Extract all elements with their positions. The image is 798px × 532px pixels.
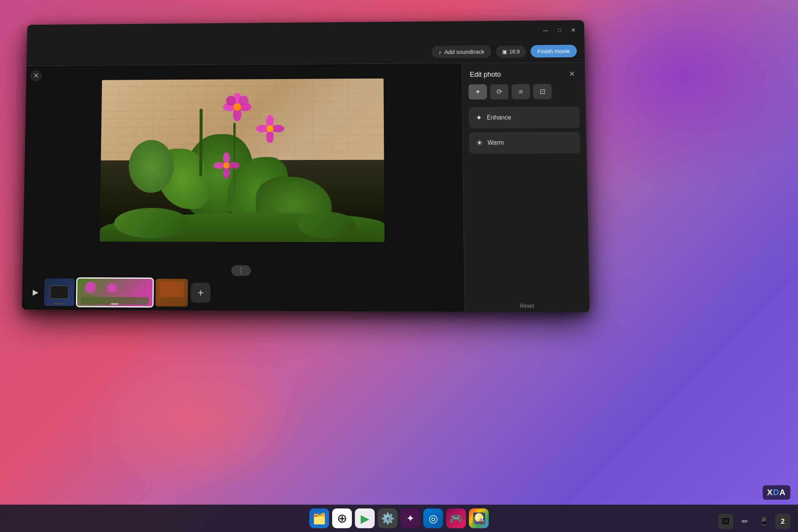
system-tray: 🖼 ✏ 📱 2 bbox=[718, 514, 790, 529]
finish-movie-label: Finish movie bbox=[537, 48, 570, 55]
xda-d: D bbox=[773, 488, 779, 497]
close-button[interactable]: ✕ bbox=[567, 25, 580, 35]
badge-number: 2 bbox=[781, 518, 785, 526]
taskbar-edge[interactable]: ◎ bbox=[423, 508, 443, 528]
finish-movie-button[interactable]: Finish movie bbox=[530, 45, 577, 58]
chrome-icon: ⊕ bbox=[337, 511, 347, 526]
files-icon: 🗂️ bbox=[313, 512, 326, 525]
top-toolbar: ♪ Add soundtrack ▣ 16:9 Finish movie bbox=[27, 40, 585, 66]
timeline-area: ⋮ ▶ bbox=[22, 256, 464, 312]
ratio-label: 16:9 bbox=[509, 48, 520, 54]
play-icon: ▶ bbox=[33, 288, 38, 296]
enhance-icon: ✦ bbox=[476, 113, 483, 122]
preview-close-button[interactable]: ✕ bbox=[30, 70, 42, 81]
title-bar: — □ ✕ bbox=[27, 20, 584, 44]
foliage-6 bbox=[199, 109, 203, 176]
taskbar-photos[interactable]: 🎑 bbox=[469, 508, 489, 528]
flower-lower bbox=[213, 152, 240, 179]
xda-watermark: XDA bbox=[763, 485, 790, 500]
flower-middle bbox=[256, 114, 284, 143]
taskbar-chrome[interactable]: ⊕ bbox=[332, 508, 352, 528]
tab-crop[interactable]: ⊡ bbox=[533, 84, 552, 99]
taskbar-app1[interactable]: 🎮 bbox=[446, 508, 466, 528]
tray-photos[interactable]: 🖼 bbox=[718, 514, 733, 529]
aspect-ratio-button[interactable]: ▣ 16:9 bbox=[496, 45, 526, 57]
clip-3[interactable] bbox=[155, 279, 188, 307]
slack-icon: ✦ bbox=[406, 513, 415, 524]
enhance-label: Enhance bbox=[487, 114, 511, 121]
play-store-icon: ▶ bbox=[361, 512, 369, 525]
ground-cover-1 bbox=[114, 208, 190, 239]
tray-photos-icon: 🖼 bbox=[722, 517, 730, 526]
taskbar-files[interactable]: 🗂️ bbox=[309, 508, 329, 528]
plant-scene bbox=[100, 78, 384, 242]
flower-top bbox=[222, 92, 252, 122]
tray-pen[interactable]: ✏ bbox=[737, 514, 752, 529]
edit-tabs: ✦ ⟳ ≡ ⊡ bbox=[462, 84, 586, 104]
photos-icon: 🎑 bbox=[472, 512, 486, 525]
crop-icon: ⊡ bbox=[540, 87, 546, 96]
music-icon: ♪ bbox=[439, 49, 442, 55]
settings-icon: ⚙️ bbox=[381, 512, 394, 525]
edit-panel-header: Edit photo ✕ bbox=[462, 62, 585, 84]
ratio-icon: ▣ bbox=[502, 49, 507, 55]
enhance-button[interactable]: ✦ Enhance bbox=[469, 107, 580, 128]
edit-options: ✦ Enhance ☀ Warm bbox=[462, 103, 589, 300]
tray-tablet[interactable]: 📱 bbox=[756, 514, 771, 529]
tablet-icon: 📱 bbox=[759, 517, 769, 526]
taskbar: 🗂️ ⊕ ▶ ⚙️ ✦ ◎ 🎮 🎑 🖼 ✏ 📱 2 bbox=[0, 505, 798, 532]
edge-icon: ◎ bbox=[429, 512, 438, 525]
clip-1[interactable] bbox=[44, 279, 74, 306]
rotate-icon: ⟳ bbox=[496, 88, 502, 96]
reset-button[interactable]: Reset bbox=[465, 299, 590, 312]
add-clip-button[interactable]: + bbox=[191, 283, 211, 303]
more-options-button[interactable]: ⋮ bbox=[231, 265, 251, 276]
edit-panel: Edit photo ✕ ✦ ⟳ ≡ ⊡ ✦ Enhance bbox=[462, 62, 590, 312]
maximize-button[interactable]: □ bbox=[553, 25, 566, 35]
tab-rotate[interactable]: ⟳ bbox=[490, 84, 508, 99]
ground-cover-2 bbox=[298, 212, 356, 239]
video-preview: ✕ bbox=[23, 63, 464, 258]
timeline-strip: ▶ + bbox=[22, 278, 464, 308]
warm-label: Warm bbox=[488, 139, 504, 146]
tray-badge[interactable]: 2 bbox=[775, 514, 790, 529]
minimize-button[interactable]: — bbox=[539, 25, 552, 36]
edit-panel-close-button[interactable]: ✕ bbox=[566, 69, 577, 79]
add-soundtrack-label: Add soundtrack bbox=[445, 48, 484, 55]
app-window: — □ ✕ ♪ Add soundtrack ▣ 16:9 Finish mov… bbox=[22, 20, 590, 312]
pen-icon: ✏ bbox=[742, 517, 748, 526]
taskbar-slack[interactable]: ✦ bbox=[401, 508, 420, 528]
tab-enhance[interactable]: ✦ bbox=[469, 84, 487, 100]
main-content: ✕ bbox=[22, 63, 464, 312]
xda-text: X bbox=[767, 488, 773, 497]
clip-2[interactable] bbox=[77, 279, 153, 306]
drag-handle bbox=[111, 303, 119, 305]
more-icon: ⋮ bbox=[238, 266, 244, 275]
taskbar-settings[interactable]: ⚙️ bbox=[378, 508, 397, 528]
warm-button[interactable]: ☀ Warm bbox=[469, 132, 580, 154]
close-icon: ✕ bbox=[569, 70, 575, 78]
window-controls: — □ ✕ bbox=[539, 25, 580, 36]
taskbar-play-store[interactable]: ▶ bbox=[355, 508, 375, 528]
play-button[interactable]: ▶ bbox=[30, 285, 41, 300]
sparkle-icon: ✦ bbox=[475, 88, 480, 96]
sliders-icon: ≡ bbox=[519, 88, 523, 96]
add-icon: + bbox=[198, 287, 204, 299]
add-soundtrack-button[interactable]: ♪ Add soundtrack bbox=[432, 45, 491, 58]
preview-image bbox=[100, 78, 384, 242]
tab-adjust[interactable]: ≡ bbox=[511, 84, 530, 99]
xda-a: A bbox=[779, 488, 786, 497]
warm-icon: ☀ bbox=[476, 138, 483, 147]
edit-panel-title: Edit photo bbox=[470, 70, 501, 78]
app1-icon: 🎮 bbox=[450, 512, 463, 525]
